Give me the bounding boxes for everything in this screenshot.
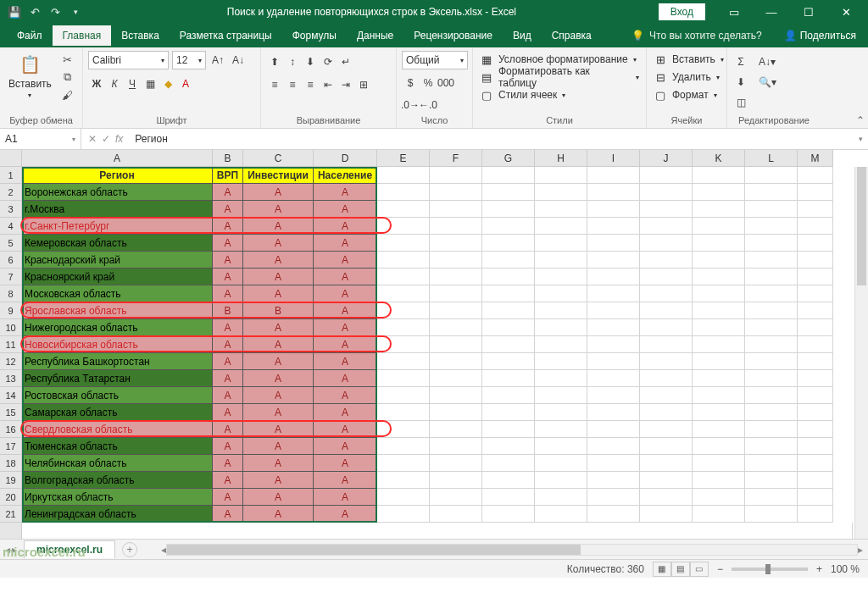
cell[interactable]	[640, 455, 693, 472]
cell[interactable]	[377, 184, 430, 201]
cell[interactable]	[535, 285, 587, 302]
cell[interactable]	[693, 285, 745, 302]
cell[interactable]	[798, 506, 833, 523]
cell[interactable]	[587, 319, 640, 336]
row-header[interactable]: 13	[0, 370, 22, 387]
percent-icon[interactable]: %	[420, 75, 437, 91]
font-name-combo[interactable]: Calibri▾	[88, 51, 169, 69]
row-header[interactable]: 10	[0, 319, 22, 336]
zoom-slider[interactable]	[732, 568, 808, 571]
cell[interactable]	[693, 506, 745, 523]
cell[interactable]	[745, 167, 798, 184]
cell[interactable]	[693, 438, 745, 455]
tab-рецензирование[interactable]: Рецензирование	[403, 25, 503, 46]
tab-формулы[interactable]: Формулы	[282, 25, 347, 46]
cell[interactable]: A	[243, 235, 314, 252]
cell[interactable]: Иркутская область	[22, 489, 213, 506]
col-header[interactable]: A	[22, 150, 213, 167]
cell[interactable]: A	[243, 489, 314, 506]
cell[interactable]: A	[213, 404, 243, 421]
cell[interactable]	[745, 285, 798, 302]
increase-decimal-icon[interactable]: .0→	[402, 97, 419, 114]
font-size-combo[interactable]: 12▾	[172, 51, 206, 69]
cell[interactable]	[430, 285, 482, 302]
cancel-formula-icon[interactable]: ✕	[88, 133, 97, 145]
cell[interactable]	[430, 506, 482, 523]
align-top-icon[interactable]: ⬆	[266, 53, 283, 70]
cell[interactable]: Свердловская область	[22, 421, 213, 438]
bold-button[interactable]: Ж	[88, 75, 105, 92]
col-header[interactable]: M	[798, 150, 833, 167]
cell[interactable]	[640, 353, 693, 370]
cell[interactable]	[798, 235, 833, 252]
cell[interactable]: A	[213, 438, 243, 455]
cell[interactable]: A	[213, 506, 243, 523]
cell[interactable]	[535, 184, 587, 201]
italic-button[interactable]: К	[106, 75, 123, 92]
cell[interactable]: B	[243, 302, 314, 319]
align-left-icon[interactable]: ≡	[266, 76, 283, 93]
cell[interactable]	[482, 438, 535, 455]
currency-icon[interactable]: $	[402, 75, 419, 91]
cell[interactable]: A	[243, 353, 314, 370]
cell[interactable]	[798, 269, 833, 285]
cell[interactable]	[535, 336, 587, 353]
cell[interactable]	[798, 319, 833, 336]
cell[interactable]	[535, 370, 587, 387]
cell[interactable]	[482, 336, 535, 353]
cell[interactable]	[745, 421, 798, 438]
cell[interactable]: A	[243, 370, 314, 387]
cell[interactable]	[798, 184, 833, 201]
row-header[interactable]	[0, 523, 22, 539]
cell[interactable]	[482, 235, 535, 252]
cell[interactable]	[640, 404, 693, 421]
cell[interactable]: Ростовская область	[22, 387, 213, 404]
cell[interactable]: A	[213, 218, 243, 235]
cell[interactable]: Нижегородская область	[22, 319, 213, 336]
cell[interactable]	[377, 319, 430, 336]
decrease-indent-icon[interactable]: ⇤	[320, 76, 337, 93]
cell[interactable]	[798, 167, 833, 184]
cell[interactable]	[587, 438, 640, 455]
select-all-corner[interactable]	[0, 150, 22, 167]
cell[interactable]	[430, 201, 482, 218]
cell[interactable]	[693, 167, 745, 184]
cell[interactable]: A	[314, 387, 377, 404]
row-header[interactable]: 7	[0, 269, 22, 285]
cell[interactable]	[693, 455, 745, 472]
row-header[interactable]: 17	[0, 438, 22, 455]
cell[interactable]	[693, 302, 745, 319]
cell[interactable]: A	[243, 404, 314, 421]
row-header[interactable]: 16	[0, 421, 22, 438]
cell[interactable]	[587, 421, 640, 438]
cell[interactable]: Ленинградская область	[22, 506, 213, 523]
cell[interactable]	[693, 421, 745, 438]
cell[interactable]: A	[314, 455, 377, 472]
zoom-out-icon[interactable]: −	[717, 563, 723, 575]
cell[interactable]: A	[314, 285, 377, 302]
cell[interactable]	[430, 421, 482, 438]
cell[interactable]	[640, 184, 693, 201]
cell[interactable]: A	[243, 506, 314, 523]
cell[interactable]: A	[213, 319, 243, 336]
cell[interactable]	[745, 387, 798, 404]
cell[interactable]: A	[213, 269, 243, 285]
cell[interactable]: A	[213, 285, 243, 302]
col-header[interactable]: G	[482, 150, 535, 167]
cell[interactable]	[430, 336, 482, 353]
ribbon-options-icon[interactable]: ▭	[717, 0, 751, 24]
cell[interactable]	[587, 336, 640, 353]
cell[interactable]	[430, 455, 482, 472]
horizontal-scrollbar[interactable]: ◂ ▸	[161, 544, 863, 556]
qat-dropdown-icon[interactable]: ▾	[66, 3, 85, 21]
cell[interactable]	[745, 438, 798, 455]
cell[interactable]: A	[243, 336, 314, 353]
cell[interactable]	[377, 201, 430, 218]
cell[interactable]	[377, 336, 430, 353]
formula-input[interactable]: Регион	[130, 133, 854, 145]
cell[interactable]	[587, 302, 640, 319]
cell[interactable]: A	[314, 438, 377, 455]
col-header[interactable]: C	[243, 150, 314, 167]
cut-icon[interactable]: ✂	[58, 51, 77, 68]
cell[interactable]	[377, 285, 430, 302]
